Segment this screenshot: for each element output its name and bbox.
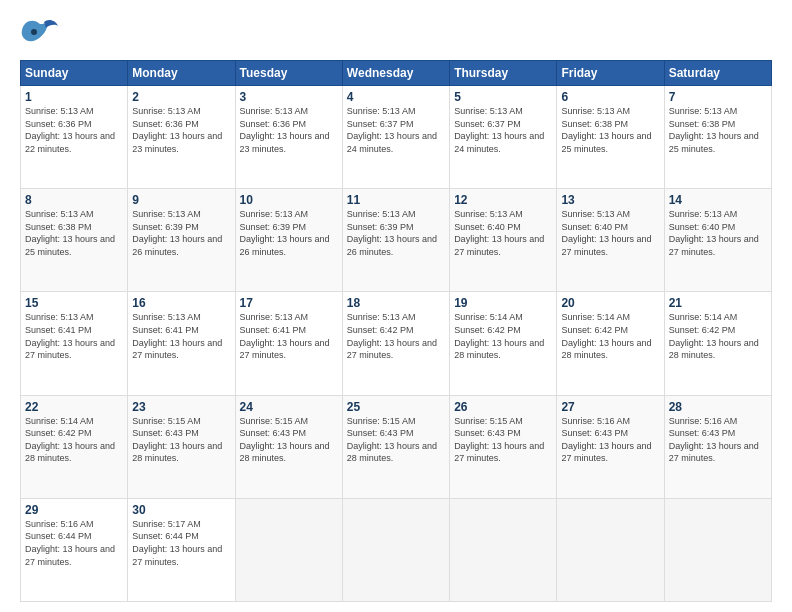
table-row: 6 Sunrise: 5:13 AMSunset: 6:38 PMDayligh… <box>557 86 664 189</box>
table-row: 22 Sunrise: 5:14 AMSunset: 6:42 PMDaylig… <box>21 395 128 498</box>
empty-cell <box>450 498 557 601</box>
day-number: 9 <box>132 193 230 207</box>
day-number: 15 <box>25 296 123 310</box>
day-number: 27 <box>561 400 659 414</box>
empty-cell <box>342 498 449 601</box>
day-info: Sunrise: 5:13 AMSunset: 6:38 PMDaylight:… <box>561 106 651 154</box>
day-info: Sunrise: 5:13 AMSunset: 6:36 PMDaylight:… <box>132 106 222 154</box>
logo-icon <box>20 16 60 52</box>
table-row: 29 Sunrise: 5:16 AMSunset: 6:44 PMDaylig… <box>21 498 128 601</box>
page: Sunday Monday Tuesday Wednesday Thursday… <box>0 0 792 612</box>
day-number: 20 <box>561 296 659 310</box>
day-number: 28 <box>669 400 767 414</box>
table-row: 8 Sunrise: 5:13 AMSunset: 6:38 PMDayligh… <box>21 189 128 292</box>
day-info: Sunrise: 5:13 AMSunset: 6:39 PMDaylight:… <box>347 209 437 257</box>
table-row: 27 Sunrise: 5:16 AMSunset: 6:43 PMDaylig… <box>557 395 664 498</box>
day-info: Sunrise: 5:16 AMSunset: 6:44 PMDaylight:… <box>25 519 115 567</box>
day-info: Sunrise: 5:13 AMSunset: 6:36 PMDaylight:… <box>240 106 330 154</box>
day-info: Sunrise: 5:13 AMSunset: 6:37 PMDaylight:… <box>454 106 544 154</box>
calendar-header-row: Sunday Monday Tuesday Wednesday Thursday… <box>21 61 772 86</box>
header <box>20 16 772 52</box>
table-row: 17 Sunrise: 5:13 AMSunset: 6:41 PMDaylig… <box>235 292 342 395</box>
day-info: Sunrise: 5:13 AMSunset: 6:40 PMDaylight:… <box>561 209 651 257</box>
day-number: 8 <box>25 193 123 207</box>
day-number: 1 <box>25 90 123 104</box>
day-info: Sunrise: 5:13 AMSunset: 6:42 PMDaylight:… <box>347 312 437 360</box>
table-row: 2 Sunrise: 5:13 AMSunset: 6:36 PMDayligh… <box>128 86 235 189</box>
day-number: 6 <box>561 90 659 104</box>
day-info: Sunrise: 5:13 AMSunset: 6:41 PMDaylight:… <box>25 312 115 360</box>
day-info: Sunrise: 5:15 AMSunset: 6:43 PMDaylight:… <box>240 416 330 464</box>
table-row: 3 Sunrise: 5:13 AMSunset: 6:36 PMDayligh… <box>235 86 342 189</box>
svg-point-0 <box>31 29 37 35</box>
table-row: 26 Sunrise: 5:15 AMSunset: 6:43 PMDaylig… <box>450 395 557 498</box>
col-monday: Monday <box>128 61 235 86</box>
table-row: 11 Sunrise: 5:13 AMSunset: 6:39 PMDaylig… <box>342 189 449 292</box>
empty-cell <box>557 498 664 601</box>
calendar-week-row: 15 Sunrise: 5:13 AMSunset: 6:41 PMDaylig… <box>21 292 772 395</box>
table-row: 7 Sunrise: 5:13 AMSunset: 6:38 PMDayligh… <box>664 86 771 189</box>
table-row: 13 Sunrise: 5:13 AMSunset: 6:40 PMDaylig… <box>557 189 664 292</box>
day-info: Sunrise: 5:13 AMSunset: 6:40 PMDaylight:… <box>669 209 759 257</box>
table-row: 10 Sunrise: 5:13 AMSunset: 6:39 PMDaylig… <box>235 189 342 292</box>
empty-cell <box>235 498 342 601</box>
day-number: 30 <box>132 503 230 517</box>
day-info: Sunrise: 5:14 AMSunset: 6:42 PMDaylight:… <box>669 312 759 360</box>
day-number: 3 <box>240 90 338 104</box>
day-number: 18 <box>347 296 445 310</box>
table-row: 15 Sunrise: 5:13 AMSunset: 6:41 PMDaylig… <box>21 292 128 395</box>
table-row: 18 Sunrise: 5:13 AMSunset: 6:42 PMDaylig… <box>342 292 449 395</box>
day-number: 10 <box>240 193 338 207</box>
table-row: 19 Sunrise: 5:14 AMSunset: 6:42 PMDaylig… <box>450 292 557 395</box>
day-info: Sunrise: 5:13 AMSunset: 6:39 PMDaylight:… <box>240 209 330 257</box>
day-info: Sunrise: 5:13 AMSunset: 6:39 PMDaylight:… <box>132 209 222 257</box>
day-number: 25 <box>347 400 445 414</box>
day-info: Sunrise: 5:14 AMSunset: 6:42 PMDaylight:… <box>25 416 115 464</box>
day-info: Sunrise: 5:15 AMSunset: 6:43 PMDaylight:… <box>454 416 544 464</box>
day-info: Sunrise: 5:13 AMSunset: 6:40 PMDaylight:… <box>454 209 544 257</box>
day-number: 22 <box>25 400 123 414</box>
col-sunday: Sunday <box>21 61 128 86</box>
day-info: Sunrise: 5:15 AMSunset: 6:43 PMDaylight:… <box>347 416 437 464</box>
col-friday: Friday <box>557 61 664 86</box>
table-row: 12 Sunrise: 5:13 AMSunset: 6:40 PMDaylig… <box>450 189 557 292</box>
col-wednesday: Wednesday <box>342 61 449 86</box>
day-number: 24 <box>240 400 338 414</box>
day-number: 17 <box>240 296 338 310</box>
table-row: 9 Sunrise: 5:13 AMSunset: 6:39 PMDayligh… <box>128 189 235 292</box>
day-number: 21 <box>669 296 767 310</box>
day-number: 29 <box>25 503 123 517</box>
calendar-week-row: 8 Sunrise: 5:13 AMSunset: 6:38 PMDayligh… <box>21 189 772 292</box>
table-row: 4 Sunrise: 5:13 AMSunset: 6:37 PMDayligh… <box>342 86 449 189</box>
day-number: 23 <box>132 400 230 414</box>
day-number: 5 <box>454 90 552 104</box>
day-info: Sunrise: 5:14 AMSunset: 6:42 PMDaylight:… <box>561 312 651 360</box>
col-thursday: Thursday <box>450 61 557 86</box>
table-row: 14 Sunrise: 5:13 AMSunset: 6:40 PMDaylig… <box>664 189 771 292</box>
day-info: Sunrise: 5:16 AMSunset: 6:43 PMDaylight:… <box>561 416 651 464</box>
table-row: 30 Sunrise: 5:17 AMSunset: 6:44 PMDaylig… <box>128 498 235 601</box>
day-number: 16 <box>132 296 230 310</box>
day-info: Sunrise: 5:13 AMSunset: 6:38 PMDaylight:… <box>669 106 759 154</box>
day-number: 14 <box>669 193 767 207</box>
day-number: 11 <box>347 193 445 207</box>
day-info: Sunrise: 5:16 AMSunset: 6:43 PMDaylight:… <box>669 416 759 464</box>
day-number: 7 <box>669 90 767 104</box>
day-info: Sunrise: 5:13 AMSunset: 6:36 PMDaylight:… <box>25 106 115 154</box>
calendar-week-row: 22 Sunrise: 5:14 AMSunset: 6:42 PMDaylig… <box>21 395 772 498</box>
calendar-week-row: 29 Sunrise: 5:16 AMSunset: 6:44 PMDaylig… <box>21 498 772 601</box>
calendar-table: Sunday Monday Tuesday Wednesday Thursday… <box>20 60 772 602</box>
day-info: Sunrise: 5:13 AMSunset: 6:38 PMDaylight:… <box>25 209 115 257</box>
day-number: 12 <box>454 193 552 207</box>
day-info: Sunrise: 5:17 AMSunset: 6:44 PMDaylight:… <box>132 519 222 567</box>
day-info: Sunrise: 5:13 AMSunset: 6:41 PMDaylight:… <box>132 312 222 360</box>
logo <box>20 16 64 52</box>
table-row: 23 Sunrise: 5:15 AMSunset: 6:43 PMDaylig… <box>128 395 235 498</box>
table-row: 24 Sunrise: 5:15 AMSunset: 6:43 PMDaylig… <box>235 395 342 498</box>
day-number: 19 <box>454 296 552 310</box>
day-number: 4 <box>347 90 445 104</box>
table-row: 1 Sunrise: 5:13 AMSunset: 6:36 PMDayligh… <box>21 86 128 189</box>
day-info: Sunrise: 5:15 AMSunset: 6:43 PMDaylight:… <box>132 416 222 464</box>
calendar-week-row: 1 Sunrise: 5:13 AMSunset: 6:36 PMDayligh… <box>21 86 772 189</box>
col-tuesday: Tuesday <box>235 61 342 86</box>
